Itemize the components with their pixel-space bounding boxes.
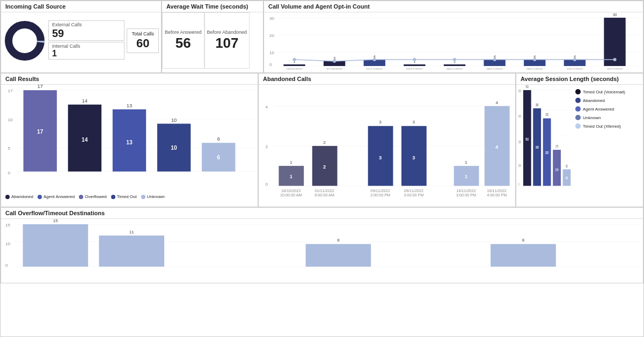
abandoned-calls-panel: Abandoned Calls 4 2 0 1 1 18/10/2022 10:…	[258, 73, 516, 207]
svg-text:10: 10	[5, 241, 11, 246]
svg-text:8:00:00 AM: 8:00:00 AM	[314, 193, 334, 197]
total-calls-label: Total Calls	[131, 31, 154, 36]
svg-text:4: 4	[574, 55, 576, 58]
avg-wait-title: Average Wait Time (seconds)	[162, 1, 263, 12]
legend-abandoned: Abandoned	[5, 194, 33, 199]
svg-text:17: 17	[38, 85, 43, 89]
svg-rect-23	[444, 64, 465, 66]
svg-text:502: 502	[525, 136, 529, 141]
svg-text:385: 385	[536, 102, 538, 107]
avg-wait-inner: Before Answered 56 Before Abandoned 107	[162, 12, 263, 69]
svg-text:82: 82	[566, 164, 568, 168]
incoming-call-source-panel: Incoming Call Source External Calls 59	[1, 1, 162, 73]
svg-text:4: 4	[495, 100, 498, 105]
svg-point-38	[292, 58, 296, 61]
call-results-svg: 17 10 5 0 17 17 14 1	[1, 85, 258, 193]
svg-text:0: 0	[269, 62, 272, 67]
svg-text:11: 11	[129, 230, 135, 235]
incoming-stats: External Calls 59 Internal Calls 1	[48, 20, 125, 61]
svg-text:14: 14	[82, 98, 87, 104]
timed-out-label: Timed Out	[117, 194, 137, 199]
avg-wait-panel: Average Wait Time (seconds) Before Answe…	[162, 1, 264, 73]
svg-text:2:00:00 PM: 2:00:00 PM	[370, 193, 390, 197]
svg-text:4: 4	[494, 55, 496, 58]
svg-text:09/11/2022: 09/11/2022	[526, 68, 543, 70]
svg-rect-137	[23, 224, 89, 267]
svg-text:16/11/2022: 16/11/2022	[456, 189, 475, 193]
avg-session-chart: 500 400 300 200 0 502 502	[516, 85, 573, 204]
svg-text:10: 10	[171, 145, 177, 151]
avg-session-title: Average Session Length (seconds)	[516, 74, 643, 85]
session-xferred-label: Timed Out (Xferred)	[583, 124, 621, 129]
svg-text:4: 4	[265, 105, 268, 109]
session-svg: 500 400 300 200 0 502 502	[516, 85, 573, 204]
avg-session-inner: 500 400 300 200 0 502 502	[516, 85, 643, 204]
session-agent-label: Agent Answered	[583, 107, 614, 112]
donut-chart	[3, 19, 46, 62]
svg-text:5: 5	[8, 146, 10, 151]
svg-text:16/11/2022: 16/11/2022	[487, 189, 507, 193]
svg-text:3: 3	[412, 155, 415, 160]
svg-point-1	[9, 25, 41, 57]
legend-unknown: Unknown	[141, 194, 165, 199]
svg-rect-20	[404, 64, 425, 66]
svg-point-45	[573, 58, 576, 61]
svg-text:82: 82	[566, 175, 568, 180]
abandoned-label: Abandoned	[11, 194, 33, 199]
svg-text:20: 20	[269, 33, 274, 38]
call-volume-svg: 30 20 10 0 1 18/10/2022 3	[264, 12, 643, 70]
session-unknown-dot	[575, 115, 581, 120]
svg-text:01/11/2022: 01/11/2022	[314, 189, 334, 193]
abandoned-svg: 4 2 0 1 1 18/10/2022 10:00:00 AM 2 2	[259, 85, 515, 204]
svg-text:3:00:00 PM: 3:00:00 PM	[404, 193, 423, 197]
svg-text:1: 1	[290, 174, 292, 180]
svg-text:1: 1	[465, 174, 467, 180]
svg-rect-141	[306, 244, 371, 267]
overflow-panel: Call Overflow/Timeout Destinations 15 10…	[1, 207, 643, 283]
call-volume-panel: Call Volume and Agent Opt-in Count 30 20…	[264, 1, 643, 73]
before-answered-cell: Before Answered 56	[162, 12, 204, 69]
svg-text:18/10/2022: 18/10/2022	[281, 189, 301, 193]
internal-label: Internal Calls	[52, 43, 121, 49]
svg-text:3: 3	[379, 120, 382, 125]
avg-session-panel: Average Session Length (seconds) 500 400…	[516, 73, 643, 207]
session-legend-abandoned: Abandoned	[575, 98, 641, 103]
svg-point-43	[493, 58, 496, 61]
agent-answered-label: Agent Answered	[43, 194, 75, 199]
svg-text:6: 6	[217, 155, 220, 161]
unknown-dot	[141, 195, 145, 199]
svg-point-41	[413, 58, 416, 61]
timed-out-dot	[111, 195, 115, 199]
before-abandoned-label: Before Abandoned	[207, 30, 247, 35]
external-value: 59	[52, 27, 121, 39]
svg-text:4:00:00 PM: 4:00:00 PM	[487, 193, 507, 197]
internal-calls-box: Internal Calls 1	[48, 42, 125, 60]
svg-text:03/11/2022: 03/11/2022	[406, 68, 423, 70]
session-abandoned-dot	[575, 98, 581, 103]
call-results-title: Call Results	[1, 74, 258, 85]
svg-text:18/10/2022: 18/10/2022	[286, 68, 303, 70]
session-unknown-label: Unknown	[583, 115, 601, 120]
svg-text:2: 2	[323, 140, 326, 145]
call-volume-title: Call Volume and Agent Opt-in Count	[264, 1, 643, 12]
before-answered-value: 56	[175, 35, 191, 52]
svg-text:1: 1	[465, 160, 467, 165]
svg-text:17: 17	[8, 89, 13, 93]
svg-text:13: 13	[126, 140, 133, 145]
before-abandoned-value: 107	[215, 35, 238, 52]
session-xferred-dot	[575, 123, 581, 129]
svg-text:0: 0	[8, 171, 10, 175]
svg-text:500: 500	[518, 89, 521, 93]
svg-text:300: 300	[518, 140, 521, 144]
external-label: External Calls	[52, 22, 121, 27]
total-calls-value: 60	[131, 36, 154, 50]
svg-point-42	[453, 58, 456, 61]
external-calls-box: External Calls 59	[48, 20, 125, 41]
agent-answered-dot	[38, 195, 42, 199]
svg-text:200: 200	[518, 163, 521, 167]
call-results-chart: 17 10 5 0 17 17 14 1	[1, 85, 258, 193]
svg-text:16/11/2022: 16/11/2022	[567, 68, 583, 70]
session-legend-agent-answered: Agent Answered	[575, 106, 641, 112]
svg-text:385: 385	[536, 144, 539, 149]
svg-text:179: 179	[555, 144, 558, 149]
